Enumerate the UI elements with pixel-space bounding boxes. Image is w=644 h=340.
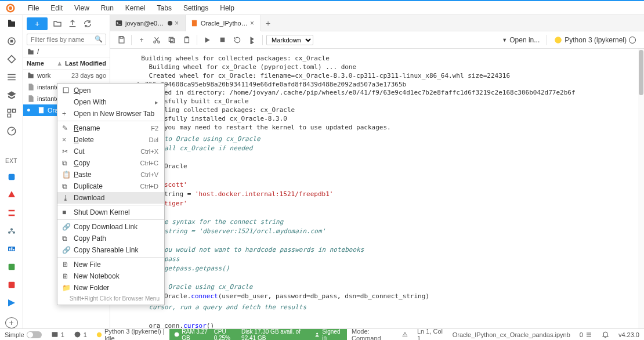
ext-icon-2[interactable]	[5, 189, 19, 201]
new-folder-icon[interactable]	[52, 19, 63, 29]
menu-run[interactable]: Run	[96, 3, 118, 13]
close-tab-icon[interactable]: ×	[250, 19, 257, 27]
svg-rect-6	[12, 110, 15, 113]
menu-tabs[interactable]: Tabs	[153, 3, 176, 13]
menu-kernel[interactable]: Kernel	[121, 3, 150, 13]
status-terminals[interactable]: 1	[46, 331, 69, 338]
code-cell[interactable]: t to Oracle using cx_Oracle stall cx_Ora…	[133, 135, 637, 301]
status-simple[interactable]: Simple	[0, 331, 46, 338]
status-warn-icon[interactable]: ⚠	[397, 331, 413, 338]
cut-button[interactable]	[150, 34, 163, 46]
upload-icon[interactable]	[67, 19, 78, 29]
cell-type-select[interactable]: Markdown	[266, 35, 313, 45]
status-mode[interactable]: Mode: Command	[347, 328, 397, 341]
status-resource-pill[interactable]: RAM 3.27 GB CPU 0.25% Disk 17.30 GB avai…	[169, 329, 347, 341]
add-cell-button[interactable]: +	[135, 34, 148, 46]
activity-git-icon[interactable]	[5, 53, 19, 66]
ctx-copy[interactable]: ⧉CopyCtrl+C	[57, 157, 164, 169]
copy-button[interactable]	[165, 34, 178, 46]
status-version: v4.23.0	[614, 331, 644, 338]
scrollbar[interactable]	[638, 49, 644, 328]
ctx-copy-path[interactable]: ⧉Copy Path	[57, 233, 164, 244]
close-tab-icon[interactable]: ×	[175, 19, 182, 27]
ext-icon-5[interactable]	[5, 243, 19, 255]
status-line-col[interactable]: Ln 1, Col 1	[413, 328, 448, 341]
ext-icon-1[interactable]	[5, 171, 19, 183]
ctx-new-folder[interactable]: 📁New Folder	[57, 282, 164, 294]
notebook-icon	[37, 106, 45, 114]
ctx-copy-shareable-link[interactable]: 🔗Copy Shareable Link	[57, 244, 164, 256]
ctx-delete[interactable]: ×DeleteDel	[57, 134, 164, 146]
status-kernels[interactable]: 1	[69, 331, 92, 338]
menu-file[interactable]: File	[23, 3, 44, 13]
ext-icon-3[interactable]	[5, 207, 19, 219]
menu-view[interactable]: View	[70, 3, 94, 13]
activity-add-button[interactable]: +	[5, 317, 18, 328]
restart-run-button[interactable]	[246, 34, 259, 46]
menu-help[interactable]: Help	[215, 3, 239, 13]
ctx-shutdown-kernel[interactable]: ■Shut Down Kernel	[57, 207, 164, 218]
status-filename[interactable]: Oracle_IPython_cx_Oracle_pandas.ipynb	[448, 331, 575, 338]
simple-toggle[interactable]	[27, 331, 42, 338]
svg-point-36	[316, 332, 318, 334]
restart-button[interactable]	[231, 34, 244, 46]
activity-folder-icon[interactable]	[5, 17, 19, 30]
paste-button[interactable]	[180, 34, 193, 46]
refresh-icon[interactable]	[82, 19, 93, 29]
status-kernel[interactable]: Python 3 (ipykernel) | Idle	[92, 328, 169, 341]
ext-icon-6[interactable]	[5, 261, 19, 273]
ctx-rename[interactable]: ✎RenameF2	[57, 122, 164, 134]
col-modified[interactable]: Last Modified	[65, 60, 106, 67]
ctx-new-file[interactable]: 🗎New File	[57, 259, 164, 270]
notebook[interactable]: Building wheels for collected packages: …	[110, 49, 644, 328]
breadcrumb[interactable]: /	[23, 46, 110, 57]
ctx-open-browser[interactable]: +Open in New Browser Tab	[57, 108, 164, 120]
ext-icon-7[interactable]	[5, 279, 19, 291]
ctx-download[interactable]: ⭳Download	[57, 192, 164, 204]
status-log[interactable]: 0	[575, 331, 597, 338]
scrollbar-thumb[interactable]	[639, 50, 643, 95]
activity-ext-icon[interactable]	[5, 107, 19, 120]
svg-rect-19	[39, 107, 44, 114]
svg-rect-4	[10, 41, 12, 42]
tab-notebook[interactable]: Oracle_IPython_cx_Oracle_j.X ×	[186, 15, 261, 31]
ctx-open-with[interactable]: Open With▸	[57, 96, 164, 108]
ext-icon-4[interactable]	[5, 225, 19, 237]
ext-icon-8[interactable]	[5, 297, 19, 309]
file-row-folder[interactable]: work 23 days ago	[23, 70, 110, 81]
activity-toc-icon[interactable]	[5, 71, 19, 84]
activity-cap-icon[interactable]	[5, 89, 19, 102]
svg-rect-14	[9, 248, 10, 251]
menu-settings[interactable]: Settings	[179, 3, 213, 13]
new-launcher-button[interactable]: +	[27, 17, 48, 30]
activity-running-icon[interactable]	[5, 35, 19, 48]
ctx-duplicate[interactable]: ⧉DuplicateCtrl+D	[57, 180, 164, 192]
svg-rect-9	[8, 174, 15, 180]
activity-dashboard-icon[interactable]	[5, 125, 19, 138]
svg-rect-32	[52, 332, 57, 337]
stop-button[interactable]	[216, 34, 229, 46]
kernel-switcher[interactable]: Python 3 (ipykernel)	[551, 36, 639, 44]
ctx-paste[interactable]: 📋PasteCtrl+V	[57, 169, 164, 180]
ctx-open[interactable]: Open	[57, 85, 164, 96]
status-bell-icon[interactable]	[597, 331, 614, 338]
col-name[interactable]: Name	[27, 60, 54, 67]
terminal-icon	[115, 19, 123, 27]
svg-point-33	[74, 332, 80, 338]
code-cell[interactable]: cursor, run a query and fetch the result…	[133, 303, 637, 328]
svg-rect-21	[192, 20, 197, 26]
tab-terminal[interactable]: jovyan@e02580aedb1c:~ ×	[110, 15, 186, 31]
dirty-dot-icon	[168, 21, 172, 26]
ctx-copy-download-link[interactable]: 🔗Copy Download Link	[57, 221, 164, 233]
open-in-button[interactable]: ▼Open in...	[498, 36, 543, 44]
menu-edit[interactable]: Edit	[46, 3, 67, 13]
svg-rect-25	[171, 38, 175, 42]
activity-bar: EXT +	[0, 15, 23, 328]
save-button[interactable]	[115, 34, 128, 46]
ctx-cut[interactable]: ✂CutCtrl+X	[57, 146, 164, 157]
new-tab-button[interactable]: +	[261, 19, 275, 28]
svg-rect-5	[8, 110, 10, 113]
ctx-new-notebook[interactable]: 🗎New Notebook	[57, 270, 164, 282]
menubar: File Edit View Run Kernel Tabs Settings …	[0, 1, 644, 15]
run-button[interactable]	[201, 34, 214, 46]
